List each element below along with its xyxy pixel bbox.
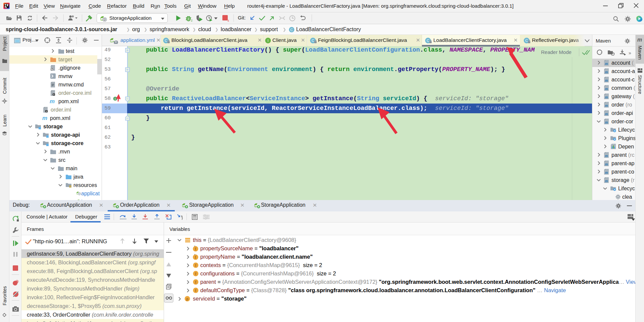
svg-text:4: 4 xyxy=(227,19,229,22)
svg-text:I: I xyxy=(267,39,268,43)
svg-text:C: C xyxy=(290,28,293,32)
svg-text:m: m xyxy=(605,87,608,91)
svg-text:C: C xyxy=(427,39,429,43)
svg-text:m: m xyxy=(605,171,608,175)
svg-text:p: p xyxy=(186,297,188,301)
svg-text:C: C xyxy=(165,39,167,43)
svg-text:m: m xyxy=(605,121,608,124)
svg-text:I: I xyxy=(115,97,116,101)
svg-text:m: m xyxy=(605,179,608,183)
svg-text:f: f xyxy=(195,247,196,251)
svg-text:f: f xyxy=(195,255,196,259)
svg-text:m: m xyxy=(605,95,608,99)
svg-text:f: f xyxy=(195,288,197,293)
svg-text:m: m xyxy=(605,112,608,116)
svg-text:m: m xyxy=(605,62,608,66)
svg-text:m: m xyxy=(605,70,608,74)
svg-text:C: C xyxy=(525,39,528,43)
svg-text:C: C xyxy=(312,39,314,43)
svg-text:2: 2 xyxy=(104,18,106,21)
svg-text:m: m xyxy=(605,163,608,166)
svg-text:m: m xyxy=(605,79,608,82)
svg-text:f: f xyxy=(195,263,197,267)
svg-text:m: m xyxy=(605,104,608,108)
svg-text:2: 2 xyxy=(191,19,193,22)
svg-text:f: f xyxy=(195,272,197,276)
svg-text:m: m xyxy=(605,154,608,158)
svg-text:f: f xyxy=(195,280,197,284)
